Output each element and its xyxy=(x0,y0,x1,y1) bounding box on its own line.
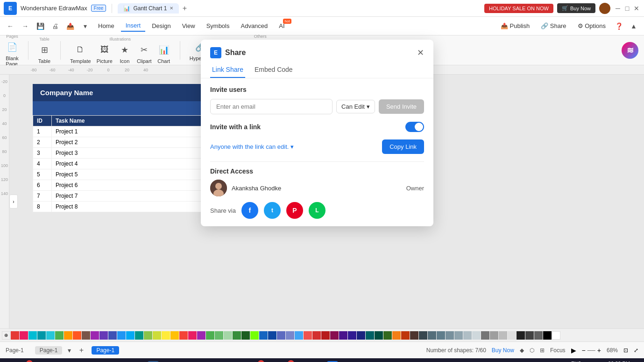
color-swatch-dark-grey2[interactable] xyxy=(534,331,543,340)
color-swatch-blue-grey4[interactable] xyxy=(446,331,454,340)
forward-btn[interactable]: → xyxy=(19,20,32,33)
color-swatch-red[interactable] xyxy=(11,331,19,340)
color-swatch-grey2[interactable] xyxy=(490,331,498,340)
browser-tab[interactable]: 📊 Gantt Chart 1 ✕ xyxy=(118,3,179,14)
color-swatch-blue3[interactable] xyxy=(286,331,294,340)
color-swatch-cyan[interactable] xyxy=(28,331,37,340)
color-swatch-grey4[interactable] xyxy=(508,331,516,340)
print-btn[interactable]: 🖨 xyxy=(49,20,62,33)
play-btn[interactable]: ▶ xyxy=(571,347,576,354)
color-swatch-dark-brown[interactable] xyxy=(410,331,418,340)
zoom-in-btn[interactable]: + xyxy=(597,347,601,354)
user-avatar[interactable] xyxy=(599,3,610,14)
maximize-btn[interactable]: □ xyxy=(623,5,631,12)
color-swatch-green4[interactable] xyxy=(224,331,232,340)
color-swatch-deep-orange[interactable] xyxy=(73,331,81,340)
active-page-tab[interactable]: Page-1 xyxy=(92,346,119,355)
color-swatch-blue-grey7[interactable] xyxy=(472,331,481,340)
add-page-btn[interactable]: + xyxy=(77,346,86,355)
color-swatch-light-green[interactable] xyxy=(250,331,259,340)
copy-link-btn[interactable]: Copy Link xyxy=(382,139,424,154)
color-swatch-purple[interactable] xyxy=(91,331,99,340)
send-invite-btn[interactable]: Send Invite xyxy=(379,99,424,114)
color-swatch-indigo[interactable] xyxy=(108,331,117,340)
options-btn[interactable]: ⚙ Options xyxy=(573,21,610,31)
collapse-ribbon-btn[interactable]: ▲ xyxy=(627,20,640,33)
email-input[interactable] xyxy=(210,99,333,114)
clipart-btn[interactable]: ✂ Clipart xyxy=(137,43,152,64)
color-swatch-light-blue2[interactable] xyxy=(126,331,134,340)
color-swatch-teal2[interactable] xyxy=(135,331,143,340)
menu-view[interactable]: View xyxy=(177,21,200,31)
color-swatch-pink[interactable] xyxy=(20,331,28,340)
minimize-btn[interactable]: ─ xyxy=(614,5,622,12)
zoom-out-btn[interactable]: − xyxy=(582,347,586,354)
twitter-share-btn[interactable]: t xyxy=(264,202,281,219)
menu-ai[interactable]: AI hot xyxy=(274,21,289,31)
color-swatch-dark-green[interactable] xyxy=(233,331,241,340)
collapse-sidebar-btn[interactable]: › xyxy=(9,195,18,209)
color-swatch-light-blue[interactable] xyxy=(46,331,55,340)
chart-btn[interactable]: 📊 Chart xyxy=(157,43,170,64)
color-swatch-red2[interactable] xyxy=(179,331,188,340)
share-menu-btn[interactable]: 🔗 Share xyxy=(536,21,571,31)
tab-close-btn[interactable]: ✕ xyxy=(170,6,173,11)
menu-insert[interactable]: Insert xyxy=(121,20,146,32)
color-swatch-dark-purple2[interactable] xyxy=(348,331,356,340)
color-swatch-dark-indigo[interactable] xyxy=(357,331,365,340)
color-swatch-blue2[interactable] xyxy=(277,331,285,340)
color-swatch-blue4[interactable] xyxy=(295,331,303,340)
page-tab[interactable]: Page-1 xyxy=(35,346,63,355)
color-swatch-pink2[interactable] xyxy=(188,331,197,340)
color-swatch-dark-red[interactable] xyxy=(312,331,321,340)
export-btn[interactable]: 📤 xyxy=(64,20,77,33)
color-swatch-dark-yellow[interactable] xyxy=(392,331,401,340)
color-swatch-teal[interactable] xyxy=(37,331,46,340)
icon-btn[interactable]: ★ Icon xyxy=(118,43,131,64)
color-swatch-orange[interactable] xyxy=(64,331,72,340)
modal-close-btn[interactable]: ✕ xyxy=(417,48,424,58)
color-swatch-green3[interactable] xyxy=(215,331,223,340)
color-swatch-dark-blue[interactable] xyxy=(259,331,268,340)
color-swatch-deep-purple[interactable] xyxy=(99,331,108,340)
color-swatch-blue-grey[interactable] xyxy=(419,331,427,340)
menu-home[interactable]: Home xyxy=(93,21,119,31)
menu-design[interactable]: Design xyxy=(147,21,175,31)
color-swatch-red3[interactable] xyxy=(304,331,312,340)
color-swatch-grey3[interactable] xyxy=(499,331,507,340)
color-swatch-amber[interactable] xyxy=(170,331,179,340)
color-swatch-blue[interactable] xyxy=(117,331,126,340)
color-swatch-yellow[interactable] xyxy=(162,331,170,340)
color-swatch-lime[interactable] xyxy=(144,331,152,340)
color-swatch-dark-pink[interactable] xyxy=(330,331,339,340)
embed-code-tab[interactable]: Embed Code xyxy=(253,62,295,78)
undo-dropdown-btn[interactable]: ▾ xyxy=(78,20,92,33)
menu-symbols[interactable]: Symbols xyxy=(202,21,234,31)
publish-btn[interactable]: 📤 Publish xyxy=(496,21,534,31)
help-btn[interactable]: ❓ xyxy=(612,20,625,33)
color-swatch-yellow-green[interactable] xyxy=(153,331,161,340)
permission-select[interactable]: Can Edit ▾ xyxy=(336,100,375,113)
line-share-btn[interactable]: L xyxy=(309,202,326,219)
close-btn[interactable]: ✕ xyxy=(633,5,640,12)
color-swatch-grey[interactable] xyxy=(481,331,489,340)
color-swatch-green[interactable] xyxy=(55,331,64,340)
color-swatch-dark-lime[interactable] xyxy=(383,331,392,340)
invite-link-toggle[interactable] xyxy=(405,122,424,132)
color-swatch-green2[interactable] xyxy=(206,331,214,340)
save-btn[interactable]: 💾 xyxy=(34,20,47,33)
promo-button[interactable]: HOLIDAY SALE ON NOW xyxy=(484,4,553,13)
color-swatch-purple2[interactable] xyxy=(197,331,205,340)
menu-advanced[interactable]: Advanced xyxy=(236,21,272,31)
color-swatch-blue-grey3[interactable] xyxy=(437,331,445,340)
color-swatch-white[interactable] xyxy=(552,331,560,340)
fit-page-btn[interactable]: ⊡ xyxy=(623,347,628,354)
color-swatch-darker-red[interactable] xyxy=(321,331,330,340)
page-dropdown-btn[interactable]: ▾ xyxy=(68,347,71,354)
buy-now-status[interactable]: Buy Now xyxy=(492,347,514,354)
buy-button[interactable]: 🛒 Buy Now xyxy=(557,3,595,13)
color-swatch-blue-grey2[interactable] xyxy=(428,331,436,340)
color-swatch-dark-cyan[interactable] xyxy=(366,331,374,340)
new-tab-btn[interactable]: + xyxy=(179,3,190,14)
color-swatch-blue-grey6[interactable] xyxy=(463,331,472,340)
